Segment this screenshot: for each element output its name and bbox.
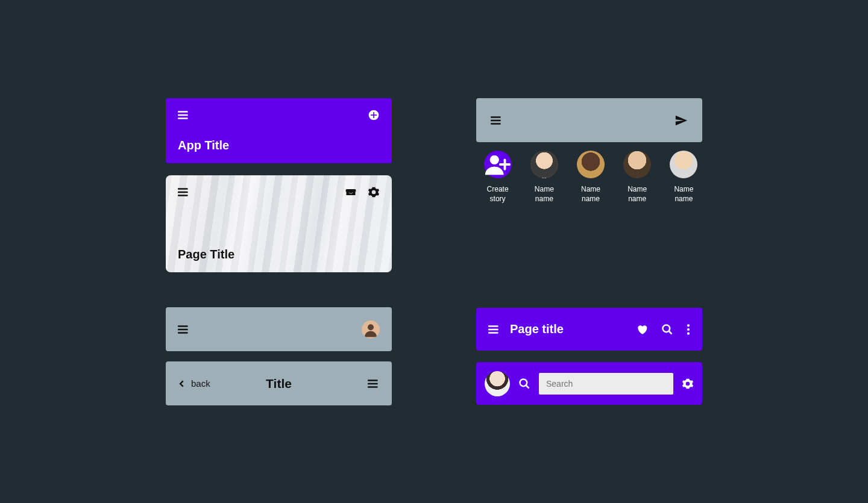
- more-vert-icon[interactable]: [687, 323, 690, 336]
- avatar[interactable]: [485, 371, 510, 396]
- svg-rect-22: [488, 325, 498, 327]
- story-label-1: Name: [627, 184, 647, 194]
- page-title-actions-bar: Page title: [476, 308, 702, 351]
- hamburger-icon[interactable]: [178, 109, 190, 121]
- svg-point-30: [520, 379, 527, 386]
- toolbar-send: [476, 98, 702, 142]
- chevron-left-icon: [178, 380, 186, 388]
- svg-rect-2: [178, 117, 188, 119]
- svg-rect-9: [178, 325, 188, 327]
- svg-point-27: [687, 324, 690, 326]
- create-story-label-1: Create: [487, 184, 509, 194]
- svg-point-25: [663, 325, 670, 332]
- svg-rect-10: [178, 328, 188, 330]
- search-input[interactable]: [539, 373, 673, 395]
- app-title-bar: App Title: [166, 98, 392, 163]
- hamburger-icon[interactable]: [178, 323, 190, 336]
- page-title: Page Title: [178, 248, 380, 261]
- svg-point-12: [368, 324, 374, 330]
- toolbar-back-title: back Title: [166, 361, 392, 405]
- svg-rect-5: [371, 114, 377, 116]
- svg-rect-1: [178, 114, 188, 116]
- search-icon[interactable]: [518, 378, 530, 390]
- story-label-1: Name: [674, 184, 693, 194]
- story-label-2: name: [535, 194, 553, 204]
- svg-rect-18: [491, 123, 501, 125]
- svg-rect-0: [178, 111, 188, 113]
- title: Title: [266, 376, 292, 391]
- page-title-header: Page Title: [166, 175, 392, 272]
- add-circle-icon[interactable]: [368, 109, 380, 121]
- svg-rect-16: [491, 116, 501, 118]
- svg-line-26: [669, 331, 672, 334]
- svg-point-28: [687, 328, 690, 330]
- svg-line-31: [526, 385, 529, 388]
- avatar: [577, 151, 605, 178]
- story-label-2: name: [675, 194, 693, 204]
- hamburger-icon[interactable]: [368, 378, 380, 390]
- search-bar: [476, 362, 702, 405]
- story-label-1: Name: [535, 184, 554, 194]
- gear-icon[interactable]: [682, 378, 694, 390]
- search-icon[interactable]: [661, 323, 673, 336]
- create-story-label-2: story: [490, 194, 506, 204]
- svg-rect-6: [178, 188, 188, 190]
- avatar[interactable]: [362, 320, 380, 339]
- app-title: App Title: [178, 139, 380, 152]
- svg-point-19: [489, 155, 498, 164]
- hamburger-icon[interactable]: [488, 323, 500, 336]
- gear-icon[interactable]: [368, 186, 380, 198]
- paper-plane-icon[interactable]: [675, 114, 688, 127]
- svg-rect-13: [368, 380, 378, 381]
- svg-rect-24: [488, 332, 498, 334]
- svg-rect-23: [488, 328, 498, 330]
- avatar: [623, 151, 651, 178]
- story-item[interactable]: Name name: [575, 151, 606, 204]
- back-label: back: [191, 378, 210, 389]
- avatar: [670, 151, 697, 178]
- svg-rect-15: [368, 386, 378, 388]
- svg-rect-14: [368, 383, 378, 384]
- svg-rect-11: [178, 332, 188, 334]
- svg-rect-17: [491, 119, 501, 121]
- hamburger-icon[interactable]: [178, 186, 190, 198]
- create-story-button[interactable]: Create story: [482, 151, 513, 204]
- story-label-1: Name: [581, 184, 600, 194]
- story-label-2: name: [628, 194, 646, 204]
- heart-icon[interactable]: [636, 323, 648, 336]
- story-item[interactable]: Name name: [529, 151, 559, 204]
- avatar: [530, 151, 558, 178]
- page-title: Page title: [510, 322, 564, 336]
- hamburger-icon[interactable]: [491, 114, 503, 127]
- svg-rect-21: [499, 163, 511, 166]
- svg-rect-8: [178, 195, 188, 196]
- inbox-icon[interactable]: [345, 186, 357, 198]
- stories-row: Create story Name name Name name Name na…: [482, 151, 699, 204]
- toolbar-avatar: [166, 307, 392, 351]
- story-label-2: name: [582, 194, 600, 204]
- story-item[interactable]: Name name: [622, 151, 653, 204]
- svg-rect-7: [178, 192, 188, 193]
- back-button[interactable]: back: [178, 378, 210, 389]
- story-item[interactable]: Name name: [668, 151, 699, 204]
- svg-point-29: [687, 332, 690, 334]
